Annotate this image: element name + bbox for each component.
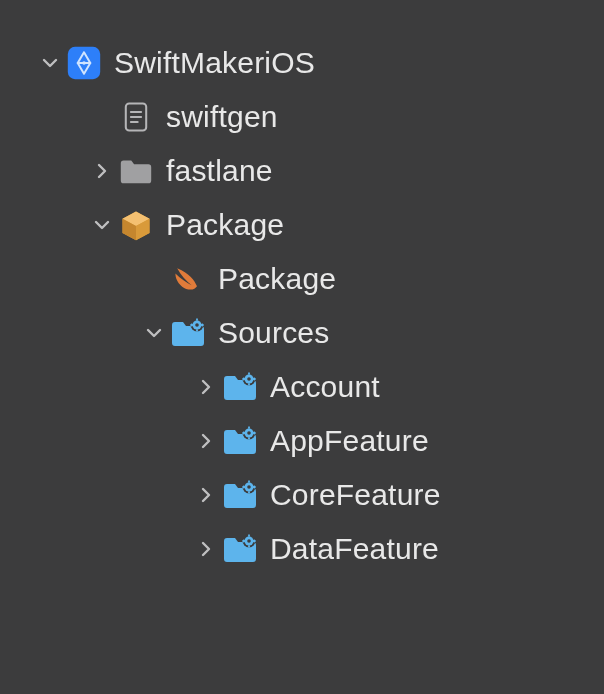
chevron-right-icon[interactable]	[192, 433, 220, 449]
project-navigator-tree: SwiftMakeriOS swiftgen fastlane Package …	[0, 0, 604, 576]
folder-gear-icon	[220, 421, 260, 461]
chevron-right-icon[interactable]	[192, 541, 220, 557]
tree-label: Package	[166, 198, 284, 252]
folder-gear-icon	[220, 475, 260, 515]
tree-label: SwiftMakeriOS	[114, 36, 315, 90]
chevron-down-icon[interactable]	[140, 325, 168, 341]
tree-label: CoreFeature	[270, 468, 441, 522]
app-project-icon	[64, 43, 104, 83]
folder-gear-icon	[168, 313, 208, 353]
chevron-down-icon[interactable]	[36, 55, 64, 71]
tree-row-module-folder[interactable]: AppFeature	[12, 414, 604, 468]
swift-icon	[168, 259, 208, 299]
folder-gear-icon	[220, 367, 260, 407]
chevron-right-icon[interactable]	[88, 163, 116, 179]
package-icon	[116, 205, 156, 245]
tree-label: Package	[218, 252, 336, 306]
tree-row-file[interactable]: swiftgen	[12, 90, 604, 144]
folder-gear-icon	[220, 529, 260, 569]
tree-label: AppFeature	[270, 414, 429, 468]
tree-label: DataFeature	[270, 522, 439, 576]
tree-row-module-folder[interactable]: Account	[12, 360, 604, 414]
folder-icon	[116, 151, 156, 191]
tree-row-module-folder[interactable]: DataFeature	[12, 522, 604, 576]
tree-label: Sources	[218, 306, 329, 360]
chevron-right-icon[interactable]	[192, 379, 220, 395]
tree-label: fastlane	[166, 144, 273, 198]
chevron-down-icon[interactable]	[88, 217, 116, 233]
tree-label: Account	[270, 360, 380, 414]
tree-row-sources-folder[interactable]: Sources	[12, 306, 604, 360]
chevron-right-icon[interactable]	[192, 487, 220, 503]
file-icon	[116, 97, 156, 137]
tree-row-package[interactable]: Package	[12, 198, 604, 252]
tree-row-swift-file[interactable]: Package	[12, 252, 604, 306]
tree-row-module-folder[interactable]: CoreFeature	[12, 468, 604, 522]
tree-label: swiftgen	[166, 90, 278, 144]
tree-row-folder[interactable]: fastlane	[12, 144, 604, 198]
tree-row-project[interactable]: SwiftMakeriOS	[12, 36, 604, 90]
